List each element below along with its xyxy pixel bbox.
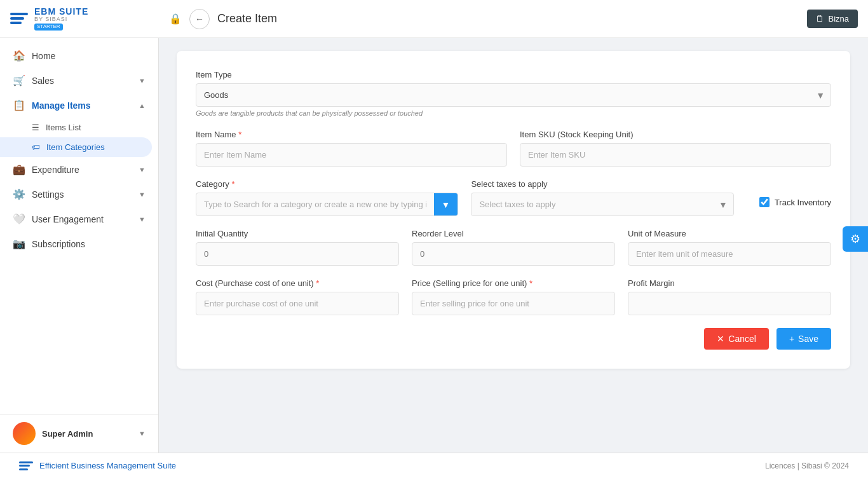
save-button[interactable]: + Save: [776, 328, 831, 350]
sidebar-sub-label: Items List: [46, 123, 81, 132]
sidebar-item-expenditure[interactable]: 💼 Expenditure ▼: [0, 157, 158, 182]
sidebar-item-label: User Engagement: [32, 214, 104, 224]
required-marker: *: [231, 179, 234, 189]
sidebar-item-settings[interactable]: ⚙️ Settings ▼: [0, 182, 158, 207]
unit-of-measure-input[interactable]: [628, 242, 831, 266]
track-inventory-checkbox[interactable]: [759, 197, 770, 207]
page-title: Create Item: [217, 12, 277, 25]
chevron-up-icon: ▲: [139, 102, 146, 109]
footer-links: Licences | Sibasi © 2024: [765, 461, 849, 470]
bizna-button[interactable]: 🗒 Bizna: [807, 10, 858, 28]
item-sku-input[interactable]: [520, 143, 831, 167]
qty-reorder-uom-row: Initial Quantity Reorder Level Unit of M…: [196, 229, 831, 266]
profit-margin-input[interactable]: [628, 292, 831, 315]
brand-name: EBM SUITE: [34, 7, 88, 17]
brand-badge: STARTER: [34, 24, 63, 31]
reorder-level-input[interactable]: [412, 242, 615, 266]
cost-label: Cost (Purchase cost of one unit) *: [196, 278, 399, 288]
track-inventory-label: Track Inventory: [775, 198, 831, 207]
taxes-label: Select taxes to apply: [471, 179, 733, 189]
required-marker: *: [316, 278, 319, 288]
sidebar-item-sales[interactable]: 🛒 Sales ▼: [0, 68, 158, 93]
sidebar-user[interactable]: Super Admin ▼: [0, 414, 158, 453]
item-type-label: Item Type: [196, 70, 831, 79]
chevron-down-icon: ▼: [139, 77, 146, 85]
main-content: Item Type Goods Service ▼ Goods are tang…: [159, 38, 868, 453]
top-header: EBM SUITE BY SIBASI STARTER 🔒 ← Create I…: [0, 0, 868, 38]
x-icon: ✕: [717, 334, 724, 344]
unit-of-measure-col: Unit of Measure: [628, 229, 831, 266]
profit-margin-col: Profit Margin: [628, 278, 831, 315]
item-type-select[interactable]: Goods Service: [196, 83, 831, 107]
reorder-level-col: Reorder Level: [412, 229, 615, 266]
logo-area: EBM SUITE BY SIBASI STARTER: [10, 7, 163, 31]
unit-of-measure-label: Unit of Measure: [628, 229, 831, 238]
track-inventory-group: Track Inventory: [759, 179, 831, 207]
initial-qty-col: Initial Quantity: [196, 229, 399, 266]
cancel-label: Cancel: [728, 334, 756, 344]
home-icon: 🏠: [13, 50, 25, 62]
sidebar-sub-label: Item Categories: [46, 142, 105, 152]
required-marker: *: [238, 130, 241, 139]
taxes-col: Select taxes to apply Select taxes to ap…: [471, 179, 733, 216]
gear-icon: ⚙️: [13, 188, 25, 200]
camera-icon: 📷: [13, 238, 25, 250]
reorder-level-label: Reorder Level: [412, 229, 615, 238]
sidebar-submenu: ☰ Items List 🏷 Item Categories: [0, 118, 158, 157]
item-name-col: Item Name *: [196, 130, 507, 167]
briefcase-icon: 💼: [13, 163, 25, 175]
sidebar-item-label: Home: [32, 51, 55, 61]
avatar: [13, 422, 36, 445]
chevron-down-icon: ▼: [139, 166, 146, 174]
category-label: Category *: [196, 179, 458, 189]
taxes-wrapper: Select taxes to apply ▼: [471, 193, 733, 216]
price-input[interactable]: [412, 292, 615, 315]
form-card: Item Type Goods Service ▼ Goods are tang…: [177, 51, 850, 369]
footer-logo: Efficient Business Management Suite: [19, 461, 176, 470]
category-input-wrapper: ▼: [196, 193, 458, 216]
category-dropdown-button[interactable]: ▼: [434, 193, 458, 215]
footer-links-text: Licences | Sibasi © 2024: [765, 461, 849, 470]
plus-icon: +: [789, 334, 794, 344]
taxes-select[interactable]: Select taxes to apply: [471, 193, 733, 216]
cost-input[interactable]: [196, 292, 399, 315]
chevron-down-icon: ▼: [139, 430, 146, 437]
action-row: ✕ Cancel + Save: [196, 328, 831, 350]
sidebar-item-manage-items[interactable]: 📋 Manage Items ▲: [0, 93, 158, 118]
footer-brand-text: Efficient Business Management Suite: [39, 461, 176, 470]
cart-icon: 🛒: [13, 74, 25, 86]
logo-icon: [10, 13, 28, 24]
bizna-label: Bizna: [828, 14, 849, 24]
sidebar-item-item-categories[interactable]: 🏷 Item Categories: [0, 137, 152, 157]
header-right: 🗒 Bizna: [807, 10, 858, 28]
item-name-input[interactable]: [196, 143, 507, 167]
user-name: Super Admin: [42, 429, 93, 439]
initial-qty-input[interactable]: [196, 242, 399, 266]
items-list-icon: ☰: [32, 123, 39, 132]
footer: Efficient Business Management Suite Lice…: [0, 453, 868, 478]
logo-text: EBM SUITE BY SIBASI STARTER: [34, 7, 88, 31]
cancel-button[interactable]: ✕ Cancel: [704, 328, 769, 350]
initial-qty-label: Initial Quantity: [196, 229, 399, 238]
sidebar: 🏠 Home 🛒 Sales ▼ 📋 Manage Items ▲ ☰ Item…: [0, 38, 159, 453]
sidebar-item-subscriptions[interactable]: 📷 Subscriptions: [0, 231, 158, 256]
lock-icon: 🔒: [169, 13, 182, 25]
category-col: Category * ▼: [196, 179, 458, 216]
item-type-hint: Goods are tangible products that can be …: [196, 109, 831, 117]
gear-button[interactable]: ⚙: [843, 226, 868, 252]
item-type-select-wrapper: Goods Service ▼: [196, 83, 831, 107]
cost-price-margin-row: Cost (Purchase cost of one unit) * Price…: [196, 278, 831, 315]
save-label: Save: [798, 334, 818, 344]
sidebar-item-items-list[interactable]: ☰ Items List: [0, 118, 158, 137]
sidebar-item-home[interactable]: 🏠 Home: [0, 43, 158, 68]
item-name-label: Item Name *: [196, 130, 507, 139]
item-sku-col: Item SKU (Stock Keeping Unit): [520, 130, 831, 167]
category-input[interactable]: [196, 193, 434, 215]
back-button[interactable]: ←: [189, 9, 210, 29]
sidebar-item-label: Expenditure: [32, 165, 79, 175]
name-sku-row: Item Name * Item SKU (Stock Keeping Unit…: [196, 130, 831, 167]
sidebar-item-user-engagement[interactable]: 🤍 User Engagement ▼: [0, 207, 158, 231]
price-label: Price (Selling price for one unit) *: [412, 278, 615, 288]
sidebar-item-label: Subscriptions: [32, 239, 85, 249]
item-type-group: Item Type Goods Service ▼ Goods are tang…: [196, 70, 831, 117]
